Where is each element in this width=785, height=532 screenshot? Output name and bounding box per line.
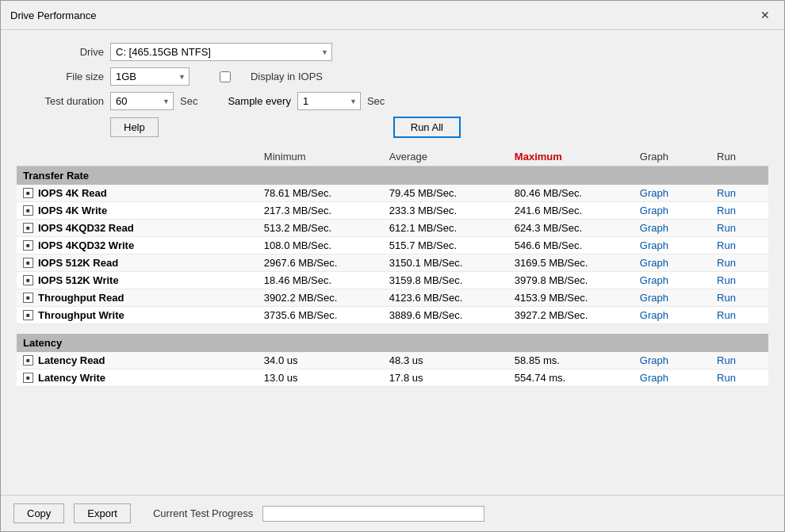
- graph-link[interactable]: Graph: [640, 257, 668, 269]
- row-min: 217.3 MB/Sec.: [258, 202, 383, 220]
- run-link[interactable]: Run: [717, 354, 736, 366]
- filesize-label: File size: [17, 71, 104, 82]
- progress-bar: [262, 506, 484, 522]
- table-row: ■IOPS 4KQD32 Read513.2 MB/Sec.612.1 MB/S…: [17, 220, 768, 237]
- row-checkbox[interactable]: ■: [23, 188, 33, 198]
- row-min: 13.0 us: [258, 369, 383, 386]
- col-header-average: Average: [383, 147, 508, 166]
- table-row: ■IOPS 512K Read2967.6 MB/Sec.3150.1 MB/S…: [17, 255, 768, 272]
- display-iops-label: Display in IOPS: [236, 71, 323, 82]
- row-label-text: Latency Read: [38, 354, 105, 366]
- section-header-1: Latency: [17, 334, 768, 352]
- graph-link[interactable]: Graph: [640, 187, 668, 199]
- table-row: ■IOPS 512K Write18.46 MB/Sec.3159.8 MB/S…: [17, 272, 768, 289]
- duration-label: Test duration: [17, 95, 104, 107]
- filesize-select-wrapper[interactable]: 1GB 512MB 256MB: [110, 67, 190, 86]
- row-avg: 79.45 MB/Sec.: [383, 185, 508, 202]
- row-label-text: IOPS 4KQD32 Write: [38, 239, 134, 251]
- row-label-text: IOPS 4K Write: [38, 205, 107, 216]
- copy-button[interactable]: Copy: [13, 503, 64, 523]
- row-checkbox[interactable]: ■: [23, 373, 33, 383]
- title-bar: Drive Performance ✕: [1, 1, 784, 30]
- close-button[interactable]: ✕: [756, 7, 775, 23]
- filesize-select[interactable]: 1GB 512MB 256MB: [110, 67, 190, 86]
- table-row: ■Latency Write13.0 us17.8 us554.74 ms.Gr…: [17, 369, 768, 386]
- row-avg: 612.1 MB/Sec.: [383, 220, 508, 237]
- row-label-text: Latency Write: [38, 372, 105, 384]
- row-label-text: IOPS 512K Write: [38, 274, 119, 286]
- progress-label: Current Test Progress: [153, 507, 253, 519]
- run-link[interactable]: Run: [717, 257, 736, 269]
- row-label-text: Throughput Read: [38, 292, 124, 304]
- table-row: ■IOPS 4KQD32 Write108.0 MB/Sec.515.7 MB/…: [17, 237, 768, 255]
- row-min: 34.0 us: [258, 352, 383, 369]
- graph-link[interactable]: Graph: [640, 274, 668, 286]
- run-link[interactable]: Run: [717, 239, 736, 251]
- graph-link[interactable]: Graph: [640, 222, 668, 234]
- col-header-run: Run: [710, 147, 768, 166]
- export-button[interactable]: Export: [74, 503, 131, 523]
- drive-label: Drive: [17, 46, 104, 58]
- row-label-cell: ■IOPS 4K Write: [17, 202, 258, 220]
- run-link[interactable]: Run: [717, 292, 736, 304]
- filesize-row: File size 1GB 512MB 256MB Display in IOP…: [17, 67, 768, 86]
- graph-link[interactable]: Graph: [640, 292, 668, 304]
- row-avg: 48.3 us: [383, 352, 508, 369]
- row-checkbox[interactable]: ■: [23, 223, 33, 233]
- duration-select[interactable]: 60 30 10: [110, 92, 174, 110]
- col-header-graph: Graph: [634, 147, 710, 166]
- graph-link[interactable]: Graph: [640, 309, 668, 321]
- row-avg: 17.8 us: [383, 369, 508, 386]
- run-all-button[interactable]: Run All: [393, 117, 461, 138]
- row-max: 546.6 MB/Sec.: [508, 237, 634, 255]
- row-min: 513.2 MB/Sec.: [258, 220, 383, 237]
- sample-select-wrapper[interactable]: 1 2 5: [297, 92, 361, 110]
- display-iops-row: Display in IOPS: [220, 71, 323, 82]
- row-checkbox[interactable]: ■: [23, 240, 33, 251]
- run-link[interactable]: Run: [717, 274, 736, 286]
- row-min: 2967.6 MB/Sec.: [258, 255, 383, 272]
- drive-select-wrapper[interactable]: C: [465.15GB NTFS]: [110, 43, 332, 61]
- row-checkbox[interactable]: ■: [23, 205, 33, 216]
- row-label-text: IOPS 4K Read: [38, 187, 107, 199]
- row-label-cell: ■IOPS 4KQD32 Read: [17, 220, 258, 237]
- row-min: 3735.6 MB/Sec.: [258, 307, 383, 324]
- row-min: 18.46 MB/Sec.: [258, 272, 383, 289]
- drive-select[interactable]: C: [465.15GB NTFS]: [110, 43, 332, 61]
- row-label-cell: ■IOPS 512K Write: [17, 272, 258, 289]
- form-section: Drive C: [465.15GB NTFS] File size 1GB 5…: [17, 43, 768, 138]
- help-button[interactable]: Help: [110, 117, 159, 137]
- graph-link[interactable]: Graph: [640, 239, 668, 251]
- run-link[interactable]: Run: [717, 187, 736, 199]
- row-max: 58.85 ms.: [508, 352, 634, 369]
- row-checkbox[interactable]: ■: [23, 258, 33, 268]
- row-min: 78.61 MB/Sec.: [258, 185, 383, 202]
- row-avg: 3889.6 MB/Sec.: [383, 307, 508, 324]
- row-checkbox[interactable]: ■: [23, 275, 33, 285]
- duration-select-wrapper[interactable]: 60 30 10: [110, 92, 174, 110]
- display-iops-checkbox[interactable]: [220, 71, 231, 82]
- run-link[interactable]: Run: [717, 372, 736, 384]
- run-link[interactable]: Run: [717, 222, 736, 234]
- window-title: Drive Performance: [10, 10, 96, 21]
- row-checkbox[interactable]: ■: [23, 355, 33, 366]
- sample-select[interactable]: 1 2 5: [297, 92, 361, 110]
- row-min: 108.0 MB/Sec.: [258, 237, 383, 255]
- row-max: 3169.5 MB/Sec.: [508, 255, 634, 272]
- col-header-label: [17, 147, 258, 166]
- run-link[interactable]: Run: [717, 205, 736, 216]
- graph-link[interactable]: Graph: [640, 354, 668, 366]
- run-link[interactable]: Run: [717, 309, 736, 321]
- graph-link[interactable]: Graph: [640, 372, 668, 384]
- row-max: 624.3 MB/Sec.: [508, 220, 634, 237]
- graph-link[interactable]: Graph: [640, 205, 668, 216]
- row-label-text: IOPS 4KQD32 Read: [38, 222, 134, 234]
- row-checkbox[interactable]: ■: [23, 293, 33, 303]
- performance-table: Minimum Average Maximum Graph Run Transf…: [17, 147, 768, 387]
- row-max: 4153.9 MB/Sec.: [508, 289, 634, 307]
- row-avg: 3150.1 MB/Sec.: [383, 255, 508, 272]
- duration-row: Test duration 60 30 10 Sec Sample every …: [17, 92, 768, 110]
- row-avg: 4123.6 MB/Sec.: [383, 289, 508, 307]
- row-checkbox[interactable]: ■: [23, 310, 33, 320]
- row-label-cell: ■Latency Write: [17, 369, 258, 386]
